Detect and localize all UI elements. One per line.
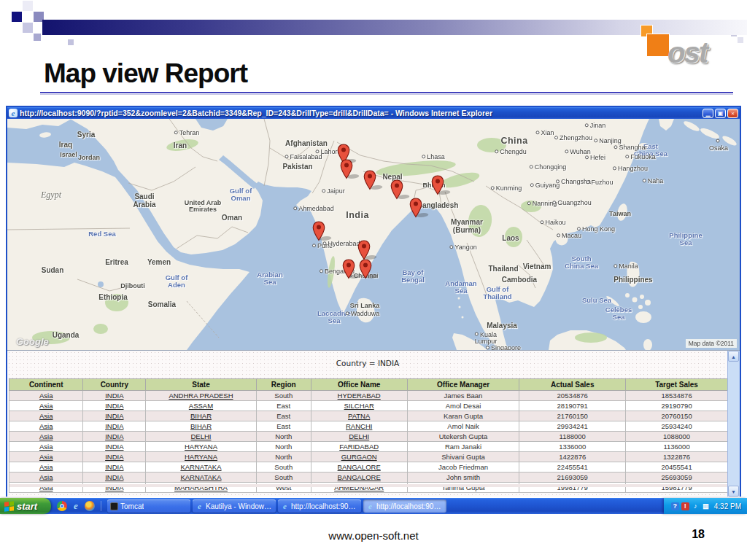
table-cell: 29190790 bbox=[626, 401, 728, 411]
drill-link[interactable]: INDIA bbox=[105, 453, 123, 461]
windows-flag-icon bbox=[4, 501, 14, 511]
table-row: AsiaINDIAHARYANANorthGURGAONShivani Gupt… bbox=[9, 452, 728, 462]
drill-link[interactable]: BIHAR bbox=[190, 422, 212, 430]
security-icon[interactable]: ! bbox=[681, 502, 689, 510]
table-cell: Asia bbox=[9, 421, 83, 432]
table-cell: DELHI bbox=[146, 432, 257, 442]
table-cell: South bbox=[256, 391, 311, 401]
taskbar: start e TomcateKautilya - Windows In...e… bbox=[0, 498, 747, 514]
volume-icon[interactable]: ♪ bbox=[692, 502, 700, 510]
table-cell: 20760150 bbox=[626, 411, 728, 421]
ie-icon[interactable]: e bbox=[71, 501, 81, 511]
google-map[interactable]: SyriaIraqIranIsraelJordanSaudi ArabiaYem… bbox=[7, 119, 740, 350]
table-cell: INDIA bbox=[83, 462, 146, 472]
table-cell: Asia bbox=[9, 432, 83, 442]
table-cell: HARYANA bbox=[146, 452, 257, 462]
taskbar-button[interactable]: ehttp://localhost:9090... bbox=[363, 499, 446, 513]
drill-link[interactable]: INDIA bbox=[105, 432, 123, 440]
sales-table: ContinentCountryStateRegionOffice NameOf… bbox=[9, 378, 728, 493]
table-cell: Jacob Friedman bbox=[407, 462, 519, 472]
map-pin[interactable] bbox=[342, 259, 355, 282]
drill-link[interactable]: Asia bbox=[39, 392, 53, 400]
drill-link[interactable]: INDIA bbox=[105, 473, 123, 481]
map-pin-icon bbox=[342, 259, 355, 279]
table-cell: Utekersh Gupta bbox=[407, 432, 519, 442]
table-cell: 1422876 bbox=[519, 452, 626, 462]
drill-link[interactable]: Asia bbox=[39, 412, 53, 420]
drill-link[interactable]: HARYANA bbox=[185, 453, 217, 461]
start-button[interactable]: start bbox=[0, 498, 51, 514]
table-cell: East bbox=[256, 401, 311, 411]
minimize-button[interactable]: ▁ bbox=[703, 109, 713, 118]
map-pin-icon bbox=[357, 240, 371, 260]
table-cell: Asia bbox=[9, 452, 83, 462]
map-pin[interactable] bbox=[431, 175, 444, 198]
drill-link[interactable]: SILCHAR bbox=[344, 402, 374, 410]
drill-link[interactable]: INDIA bbox=[105, 463, 123, 471]
table-cell: DELHI bbox=[311, 432, 407, 442]
drill-link[interactable]: DELHI bbox=[349, 432, 369, 440]
map-pin[interactable] bbox=[340, 159, 353, 182]
drill-link[interactable]: Asia bbox=[39, 432, 53, 440]
scroll-down-arrow[interactable]: ▼ bbox=[728, 486, 739, 497]
drill-link[interactable]: INDIA bbox=[105, 422, 123, 430]
drill-link[interactable]: BIHAR bbox=[190, 412, 212, 420]
vertical-scrollbar[interactable]: ▲ ▼ bbox=[727, 351, 740, 497]
drill-link[interactable]: HARYANA bbox=[185, 443, 217, 451]
drill-link[interactable]: BANGALORE bbox=[338, 463, 381, 471]
drill-link[interactable]: RANCHI bbox=[346, 422, 372, 430]
chrome-icon[interactable] bbox=[57, 501, 67, 511]
map-pin-icon bbox=[359, 259, 372, 279]
column-header: Office Manager bbox=[407, 379, 519, 391]
ie-icon: e bbox=[196, 502, 204, 510]
drill-link[interactable]: INDIA bbox=[105, 402, 123, 410]
drill-link[interactable]: ANDHRA PRADESH bbox=[169, 392, 233, 400]
network-icon[interactable]: ▥ bbox=[702, 502, 710, 510]
drill-link[interactable]: Asia bbox=[39, 402, 53, 410]
drill-link[interactable]: HYDERABAD bbox=[338, 392, 381, 400]
scroll-up-arrow[interactable]: ▲ bbox=[728, 351, 739, 362]
help-icon[interactable]: ? bbox=[671, 502, 679, 510]
taskbar-button[interactable]: Tomcat bbox=[107, 499, 190, 513]
taskbar-button-label: Tomcat bbox=[120, 502, 144, 510]
drill-link[interactable]: INDIA bbox=[105, 443, 123, 451]
table-cell: North bbox=[256, 452, 311, 462]
taskbar-button[interactable]: ehttp://localhost:9090... bbox=[278, 499, 361, 513]
table-cell: PATNA bbox=[311, 411, 407, 421]
map-pin[interactable] bbox=[312, 221, 325, 244]
drill-link[interactable]: Asia bbox=[39, 463, 53, 471]
map-pin-icon bbox=[363, 170, 376, 190]
restore-button[interactable]: ▣ bbox=[715, 109, 726, 118]
drill-link[interactable]: Asia bbox=[39, 453, 53, 461]
drill-link[interactable]: GURGAON bbox=[341, 453, 377, 461]
drill-link[interactable]: BANGALORE bbox=[338, 473, 381, 481]
drill-link[interactable]: KARNATAKA bbox=[180, 473, 221, 481]
drill-link[interactable]: Asia bbox=[39, 422, 53, 430]
map-pin[interactable] bbox=[409, 198, 422, 221]
drill-link[interactable]: INDIA bbox=[105, 412, 123, 420]
column-header: Target Sales bbox=[626, 379, 728, 391]
drill-link[interactable]: KARNATAKA bbox=[180, 463, 221, 471]
drill-link[interactable]: PATNA bbox=[348, 412, 370, 420]
partial-row bbox=[9, 484, 729, 487]
drill-link[interactable]: INDIA bbox=[105, 392, 123, 400]
drill-link[interactable]: Asia bbox=[39, 473, 53, 481]
drill-link[interactable]: DELHI bbox=[190, 432, 211, 440]
close-button[interactable]: × bbox=[727, 109, 738, 118]
deco-square bbox=[12, 12, 22, 22]
drill-link[interactable]: FARIDABAD bbox=[339, 443, 379, 451]
drill-link[interactable]: ASSAM bbox=[189, 402, 213, 410]
map-pin[interactable] bbox=[390, 179, 403, 203]
map-pin[interactable] bbox=[359, 259, 372, 282]
table-cell: INDIA bbox=[83, 452, 146, 462]
column-header: Continent bbox=[9, 379, 83, 391]
deco-square bbox=[68, 39, 74, 45]
media-player-icon[interactable] bbox=[85, 501, 95, 511]
taskbar-button-label: http://localhost:9090... bbox=[376, 502, 444, 510]
system-tray: ?!♪▥ 4:32 PM bbox=[664, 498, 747, 514]
drill-link[interactable]: Asia bbox=[39, 443, 53, 451]
column-header: Office Name bbox=[311, 379, 407, 391]
browser-titlebar[interactable]: e http://localhost:9090/?rptid=352&zooml… bbox=[7, 107, 740, 119]
taskbar-button[interactable]: eKautilya - Windows In... bbox=[193, 499, 276, 513]
map-pin[interactable] bbox=[363, 170, 376, 193]
